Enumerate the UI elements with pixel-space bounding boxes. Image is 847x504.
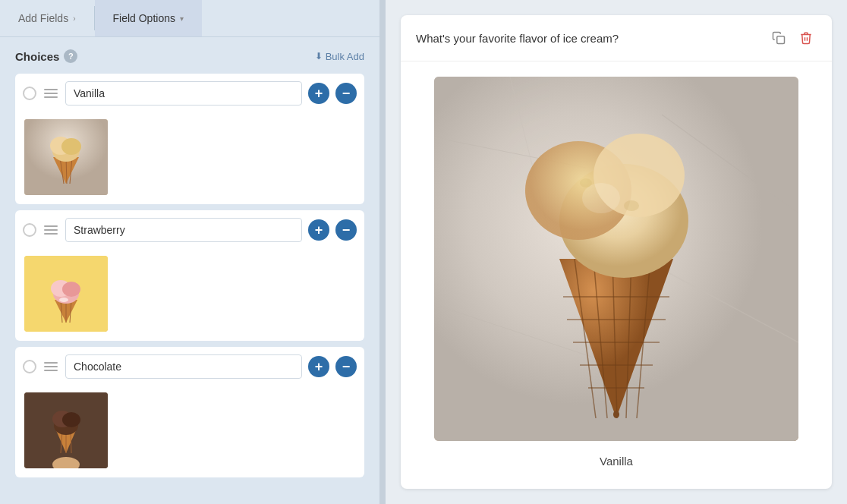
bulk-add-icon: ⬇ — [315, 51, 323, 61]
drag-handle-vanilla[interactable] — [43, 87, 59, 99]
choice-item-chocolate: + − — [15, 347, 364, 477]
preview-actions — [768, 27, 817, 49]
choices-header: Choices ? ⬇ Bulk Add — [15, 49, 364, 63]
preview-question: What's your favorite flavor of ice cream… — [416, 32, 619, 45]
preview-header: What's your favorite flavor of ice cream… — [401, 15, 832, 61]
choice-radio-vanilla[interactable] — [23, 87, 36, 100]
choice-item-strawberry: + − — [15, 210, 364, 341]
remove-choice-strawberry[interactable]: − — [335, 219, 357, 241]
remove-choice-chocolate[interactable]: − — [335, 356, 357, 377]
bulk-add-label: Bulk Add — [326, 51, 364, 62]
left-panel: Add Fields › Field Options ▾ Choices ? ⬇… — [0, 0, 379, 504]
svg-point-17 — [59, 298, 68, 302]
choice-radio-chocolate[interactable] — [23, 360, 36, 373]
drag-handle-strawberry[interactable] — [43, 224, 59, 236]
tab-add-fields[interactable]: Add Fields › — [0, 0, 94, 36]
svg-rect-27 — [777, 36, 785, 44]
choice-item-vanilla: + − — [15, 74, 364, 204]
choices-section: Choices ? ⬇ Bulk Add + − — [0, 37, 379, 504]
preview-main-image — [434, 77, 798, 441]
svg-point-49 — [580, 178, 592, 187]
choice-image-area-strawberry — [15, 250, 364, 341]
panel-separator — [379, 0, 386, 504]
choice-image-area-chocolate — [15, 386, 364, 477]
svg-point-8 — [61, 138, 81, 155]
choice-image-vanilla — [24, 119, 108, 195]
svg-point-16 — [62, 282, 80, 297]
svg-point-26 — [62, 412, 80, 427]
svg-point-48 — [582, 183, 620, 213]
choices-text: Choices — [15, 50, 59, 63]
add-fields-label: Add Fields — [18, 12, 68, 24]
right-panel: What's your favorite flavor of ice cream… — [386, 0, 847, 504]
bulk-add-button[interactable]: ⬇ Bulk Add — [315, 51, 364, 62]
field-options-chevron: ▾ — [180, 14, 184, 23]
svg-point-50 — [624, 200, 639, 211]
choice-radio-strawberry[interactable] — [23, 223, 36, 237]
choice-row-vanilla: + − — [15, 74, 364, 113]
tabs-bar: Add Fields › Field Options ▾ — [0, 0, 379, 37]
add-fields-chevron: › — [73, 14, 75, 23]
delete-icon[interactable] — [795, 27, 817, 49]
add-choice-vanilla[interactable]: + — [308, 83, 329, 104]
preview-card: What's your favorite flavor of ice cream… — [401, 15, 832, 489]
choice-image-area-vanilla — [15, 113, 364, 204]
preview-content: Vanilla — [401, 61, 832, 483]
choice-input-strawberry[interactable] — [65, 218, 302, 242]
choice-input-vanilla[interactable] — [65, 81, 302, 106]
field-options-label: Field Options — [113, 12, 175, 24]
choice-input-chocolate[interactable] — [65, 354, 302, 379]
tab-field-options[interactable]: Field Options ▾ — [95, 0, 202, 36]
choice-row-chocolate: + − — [15, 347, 364, 386]
preview-caption: Vanilla — [600, 455, 633, 468]
add-choice-strawberry[interactable]: + — [308, 219, 329, 241]
choices-label: Choices ? — [15, 49, 77, 63]
add-choice-chocolate[interactable]: + — [308, 356, 329, 377]
svg-point-51 — [613, 411, 619, 418]
copy-icon[interactable] — [768, 27, 789, 49]
remove-choice-vanilla[interactable]: − — [335, 83, 357, 104]
choice-image-chocolate — [24, 392, 108, 468]
drag-handle-chocolate[interactable] — [43, 361, 59, 373]
help-icon[interactable]: ? — [64, 49, 77, 63]
choice-row-strawberry: + − — [15, 210, 364, 250]
choice-image-strawberry — [24, 256, 108, 332]
